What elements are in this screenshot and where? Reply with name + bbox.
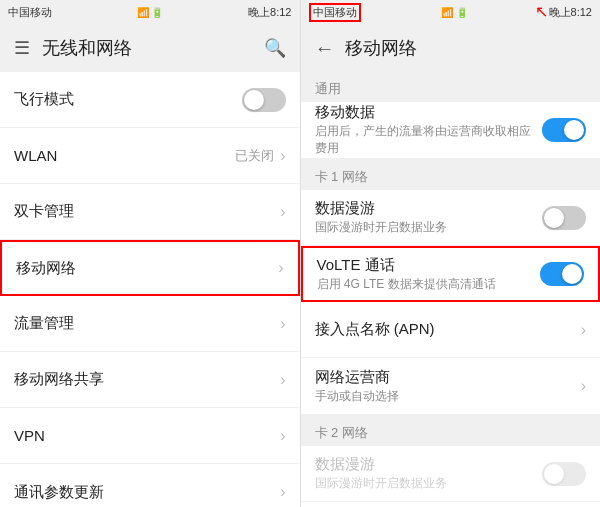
right-chevron-1-2: › (581, 321, 586, 339)
right-item-label-1-2: 接入点名称 (APN) (315, 320, 581, 339)
item-label-5: 移动网络共享 (14, 370, 280, 389)
right-item-sub-1-0: 国际漫游时开启数据业务 (315, 219, 543, 236)
right-page-title: 移动网络 (345, 36, 587, 60)
right-status-bar: 中国移动 ↖ 📶 🔋 晚上8:12 (301, 0, 601, 24)
left-item-0[interactable]: 飞行模式 (0, 72, 300, 128)
left-settings-group: 飞行模式WLAN已关闭›双卡管理›移动网络›流量管理›移动网络共享›VPN›通讯… (0, 72, 300, 507)
left-carrier: 中国移动 (8, 5, 52, 20)
left-time: 晚上8:12 (248, 5, 291, 20)
item-label-2: 双卡管理 (14, 202, 280, 221)
right-scroll-content: 通用移动数据启用后，产生的流量将由运营商收取相应费用卡 1 网络数据漫游国际漫游… (301, 72, 601, 507)
right-item-sub-2-0: 国际漫游时开启数据业务 (315, 475, 543, 492)
right-item-label-0-0: 移动数据 (315, 103, 543, 122)
chevron-icon-7: › (280, 483, 285, 501)
right-item-sub-0-0: 启用后，产生的流量将由运营商收取相应费用 (315, 123, 543, 157)
right-item-1-2[interactable]: 接入点名称 (APN)› (301, 302, 601, 358)
right-toggle-knob-1-0 (544, 208, 564, 228)
right-status-icons: 📶 🔋 (441, 7, 468, 18)
item-label-7: 通讯参数更新 (14, 483, 280, 502)
chevron-icon-5: › (280, 371, 285, 389)
back-button[interactable]: ← (315, 37, 335, 60)
left-scroll-content: 飞行模式WLAN已关闭›双卡管理›移动网络›流量管理›移动网络共享›VPN›通讯… (0, 72, 300, 507)
right-panel: 中国移动 ↖ 📶 🔋 晚上8:12 ← 移动网络 通用移动数据启用后，产生的流量… (301, 0, 601, 507)
left-item-7[interactable]: 通讯参数更新› (0, 464, 300, 507)
left-page-title: 无线和网络 (42, 36, 264, 60)
right-toggle-1-1[interactable] (540, 262, 584, 286)
chevron-icon-4: › (280, 315, 285, 333)
item-label-4: 流量管理 (14, 314, 280, 333)
left-item-2[interactable]: 双卡管理› (0, 184, 300, 240)
chevron-icon-1: › (280, 147, 285, 165)
item-value-1: 已关闭 (235, 147, 274, 165)
left-item-6[interactable]: VPN› (0, 408, 300, 464)
right-carrier: 中国移动 (309, 3, 361, 22)
toggle-knob-0 (244, 90, 264, 110)
annotation-arrow-icon: ↖ (535, 2, 548, 21)
item-label-1: WLAN (14, 147, 235, 164)
chevron-icon-2: › (280, 203, 285, 221)
right-toggle-0-0[interactable] (542, 118, 586, 142)
item-label-6: VPN (14, 427, 280, 444)
right-toggle-knob-1-1 (562, 264, 582, 284)
right-group-0: 移动数据启用后，产生的流量将由运营商收取相应费用 (301, 102, 601, 158)
right-group-2: 数据漫游国际漫游时开启数据业务接入点名称 (APN)›网络运营商手动或自动选择› (301, 446, 601, 507)
toggle-0[interactable] (242, 88, 286, 112)
item-label-3: 移动网络 (16, 259, 278, 278)
right-item-2-0[interactable]: 数据漫游国际漫游时开启数据业务 (301, 446, 601, 502)
left-panel: 中国移动 📶 🔋 晚上8:12 ☰ 无线和网络 🔍 飞行模式WLAN已关闭›双卡… (0, 0, 300, 507)
chevron-icon-6: › (280, 427, 285, 445)
left-item-3[interactable]: 移动网络› (0, 240, 300, 296)
section-label-0: 通用 (301, 72, 601, 102)
item-label-0: 飞行模式 (14, 90, 242, 109)
right-top-bar: ← 移动网络 (301, 24, 601, 72)
right-toggle-2-0[interactable] (542, 462, 586, 486)
right-toggle-knob-2-0 (544, 464, 564, 484)
left-top-bar: ☰ 无线和网络 🔍 (0, 24, 300, 72)
section-label-2: 卡 2 网络 (301, 416, 601, 446)
right-item-label-1-3: 网络运营商 (315, 368, 581, 387)
left-status-icons: 📶 🔋 (137, 7, 164, 18)
right-toggle-1-0[interactable] (542, 206, 586, 230)
hamburger-icon[interactable]: ☰ (14, 37, 30, 59)
section-label-1: 卡 1 网络 (301, 160, 601, 190)
search-icon[interactable]: 🔍 (264, 37, 286, 59)
right-toggle-knob-0-0 (564, 120, 584, 140)
right-item-1-3[interactable]: 网络运营商手动或自动选择› (301, 358, 601, 414)
right-item-label-1-0: 数据漫游 (315, 199, 543, 218)
left-item-5[interactable]: 移动网络共享› (0, 352, 300, 408)
right-group-1: 数据漫游国际漫游时开启数据业务VoLTE 通话启用 4G LTE 数据来提供高清… (301, 190, 601, 414)
right-item-sub-1-1: 启用 4G LTE 数据来提供高清通话 (317, 276, 541, 293)
chevron-icon-3: › (278, 259, 283, 277)
right-time: 晚上8:12 (549, 5, 592, 20)
right-item-2-1[interactable]: 接入点名称 (APN)› (301, 502, 601, 507)
right-item-sub-1-3: 手动或自动选择 (315, 388, 581, 405)
left-item-4[interactable]: 流量管理› (0, 296, 300, 352)
right-chevron-1-3: › (581, 377, 586, 395)
right-item-label-2-0: 数据漫游 (315, 455, 543, 474)
right-item-1-0[interactable]: 数据漫游国际漫游时开启数据业务 (301, 190, 601, 246)
right-item-label-1-1: VoLTE 通话 (317, 256, 541, 275)
left-item-1[interactable]: WLAN已关闭› (0, 128, 300, 184)
left-status-bar: 中国移动 📶 🔋 晚上8:12 (0, 0, 300, 24)
right-item-0-0[interactable]: 移动数据启用后，产生的流量将由运营商收取相应费用 (301, 102, 601, 158)
right-item-1-1[interactable]: VoLTE 通话启用 4G LTE 数据来提供高清通话 (301, 246, 601, 302)
